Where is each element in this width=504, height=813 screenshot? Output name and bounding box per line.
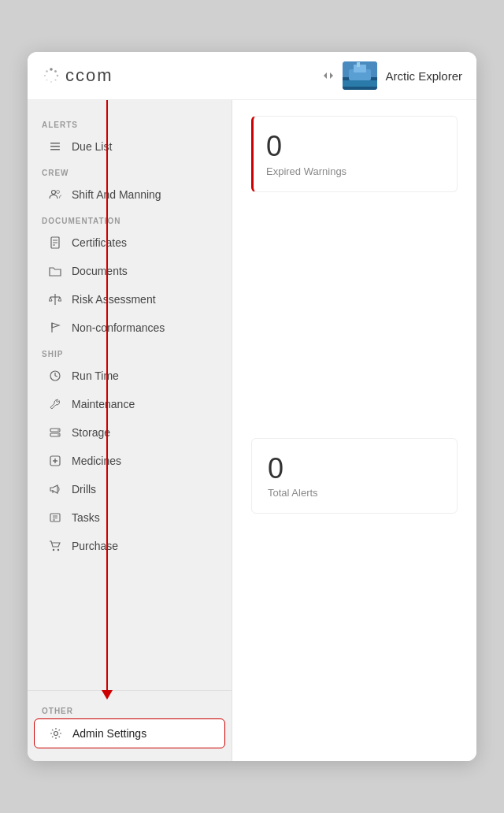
svg-rect-15 [343, 80, 377, 87]
sidebar-footer: OTHER Admin Settings [28, 690, 232, 761]
sidebar-section-crew: CREW [28, 161, 232, 180]
scale-icon [48, 292, 62, 306]
sidebar-item-shift-and-manning[interactable]: Shift And Manning [34, 180, 225, 209]
svg-point-2 [57, 75, 59, 77]
gear-icon [49, 726, 63, 741]
svg-point-20 [57, 191, 60, 194]
tasks-icon [48, 510, 62, 525]
expired-warnings-value: 0 [266, 131, 441, 162]
app-container: ccom Arctic Explorer [28, 52, 476, 761]
svg-rect-18 [50, 149, 60, 150]
flag-icon [48, 321, 62, 335]
sidebar-item-maintenance-label: Maintenance [72, 398, 135, 410]
svg-marker-9 [330, 72, 333, 79]
sidebar-item-non-conformances-label: Non-conformances [72, 321, 165, 334]
expired-warnings-card: 0 Expired Warnings [251, 116, 458, 192]
sidebar-section-alerts: ALERTS [28, 113, 232, 132]
total-alerts-value: 0 [268, 453, 441, 484]
svg-point-7 [46, 70, 48, 72]
ship-thumbnail-image [343, 61, 377, 90]
ship-thumbnail [343, 61, 377, 90]
sidebar-item-medicines[interactable]: Medicines [34, 447, 225, 475]
sidebar-item-risk-assessment[interactable]: Risk Assessment [34, 285, 225, 314]
sidebar-item-storage[interactable]: Storage [34, 418, 225, 447]
sidebar-item-tasks[interactable]: Tasks [34, 503, 225, 532]
main-layout: ALERTS Due List CREW Shift And Manning D… [28, 100, 476, 761]
svg-rect-16 [50, 143, 60, 144]
ship-name: Arctic Explorer [385, 69, 462, 83]
logo-area: ccom [42, 65, 113, 86]
svg-point-6 [44, 75, 46, 76]
wrench-icon [48, 397, 62, 411]
sidebar-item-documents[interactable]: Documents [34, 257, 225, 285]
document-icon [48, 236, 62, 250]
ccom-logo-icon [42, 66, 61, 85]
sidebar-item-tasks-label: Tasks [72, 511, 100, 524]
sidebar-item-drills[interactable]: Drills [34, 475, 225, 503]
sidebar-item-documents-label: Documents [72, 265, 128, 277]
sidebar-item-shift-label: Shift And Manning [72, 188, 161, 201]
sidebar-item-due-list[interactable]: Due List [34, 132, 225, 161]
sidebar-item-non-conformances[interactable]: Non-conformances [34, 314, 225, 342]
svg-line-30 [55, 376, 57, 377]
megaphone-icon [48, 482, 62, 496]
svg-marker-8 [324, 72, 327, 79]
sidebar-item-purchase[interactable]: Purchase [34, 532, 225, 560]
svg-point-44 [54, 732, 58, 736]
sidebar-item-run-time-label: Run Time [72, 369, 119, 382]
sidebar-section-documentation: DOCUMENTATION [28, 209, 232, 228]
content-area: 0 Expired Warnings 0 Total Alerts [232, 100, 476, 761]
sidebar-item-risk-label: Risk Assessment [72, 293, 156, 306]
sidebar-item-admin-settings[interactable]: Admin Settings [34, 718, 225, 748]
storage-icon [48, 425, 62, 440]
folder-icon [48, 264, 62, 278]
sidebar-section-other: OTHER [28, 699, 232, 718]
sidebar-item-purchase-label: Purchase [72, 540, 118, 552]
sidebar-item-medicines-label: Medicines [72, 455, 121, 467]
svg-point-42 [53, 549, 54, 551]
sidebar-item-admin-settings-label: Admin Settings [72, 727, 146, 740]
svg-rect-14 [357, 62, 360, 67]
collapse-button[interactable] [322, 69, 335, 82]
svg-point-3 [54, 79, 56, 80]
sidebar: ALERTS Due List CREW Shift And Manning D… [28, 100, 232, 761]
svg-point-33 [57, 429, 59, 431]
people-icon [48, 187, 62, 202]
sidebar-item-storage-label: Storage [72, 426, 110, 439]
sidebar-item-certificates-label: Certificates [72, 236, 127, 249]
svg-point-1 [54, 70, 57, 72]
svg-point-34 [57, 434, 59, 436]
total-alerts-card: 0 Total Alerts [251, 438, 458, 514]
sidebar-item-run-time[interactable]: Run Time [34, 362, 225, 390]
svg-rect-17 [50, 146, 60, 147]
list-icon [48, 139, 62, 154]
expired-warnings-label: Expired Warnings [266, 165, 441, 177]
sidebar-item-due-list-label: Due List [72, 140, 112, 153]
logo-text: ccom [65, 65, 113, 86]
content-inner: 0 Expired Warnings 0 Total Alerts [232, 100, 476, 539]
svg-point-19 [52, 191, 56, 195]
header: ccom Arctic Explorer [28, 52, 476, 100]
svg-point-5 [46, 80, 48, 81]
sidebar-item-certificates[interactable]: Certificates [34, 228, 225, 257]
sidebar-item-drills-label: Drills [72, 483, 96, 496]
plus-box-icon [48, 454, 62, 468]
cart-icon [48, 539, 62, 553]
sidebar-section-ship: SHIP [28, 342, 232, 362]
header-right: Arctic Explorer [322, 61, 462, 90]
svg-point-43 [57, 549, 59, 551]
total-alerts-label: Total Alerts [268, 487, 441, 499]
content-spacer [251, 202, 458, 438]
collapse-icon [322, 69, 335, 82]
svg-point-0 [50, 68, 53, 71]
sidebar-item-maintenance[interactable]: Maintenance [34, 390, 225, 418]
svg-point-4 [50, 81, 52, 83]
clock-icon [48, 369, 62, 383]
